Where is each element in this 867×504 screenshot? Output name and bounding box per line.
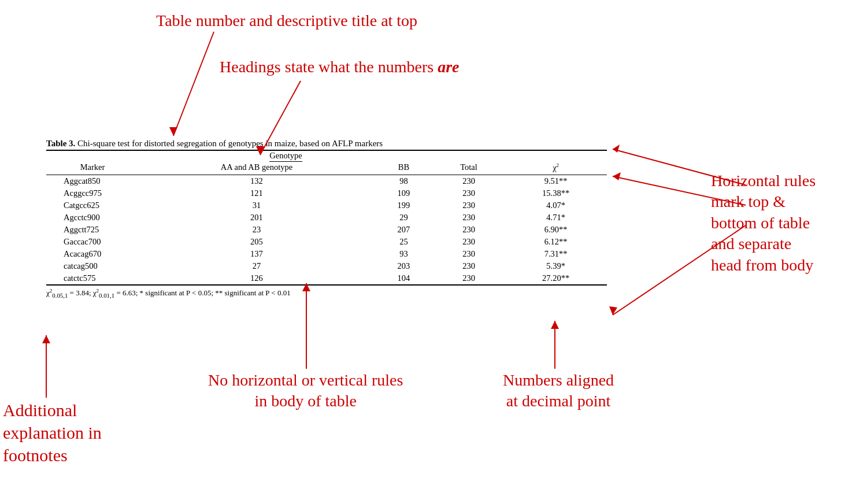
svg-marker-7 xyxy=(613,172,621,180)
table-cell: catctc575 xyxy=(46,272,139,285)
table-row: Agcctc900201292304.71* xyxy=(46,212,607,224)
table-cell: 27 xyxy=(139,260,375,272)
annotation-title: Table number and descriptive title at to… xyxy=(156,12,417,30)
table-cell: 104 xyxy=(375,272,433,285)
table-cell: 15.38** xyxy=(505,187,607,199)
table-cell: catcag500 xyxy=(46,260,139,272)
table-cell: 230 xyxy=(433,260,505,272)
table-cell: 205 xyxy=(139,236,375,248)
table-row: Gaccac700205252306.12** xyxy=(46,236,607,248)
table-cell: 230 xyxy=(433,187,505,199)
annotation-decimal: Numbers alignedat decimal point xyxy=(503,370,614,412)
col-bb: BB xyxy=(375,161,433,175)
table-cell: 230 xyxy=(433,248,505,260)
table-cell: 137 xyxy=(139,248,375,260)
col-marker: Marker xyxy=(46,161,139,175)
table-cell: 207 xyxy=(375,224,433,236)
table-row: catcag500272032305.39* xyxy=(46,260,607,272)
table-cell: 230 xyxy=(433,224,505,236)
table-cell: Agcctc900 xyxy=(46,212,139,224)
table-row: Acggcc97512110923015.38** xyxy=(46,187,607,199)
top-rule-row: Genotype xyxy=(46,150,607,161)
table-cell: 132 xyxy=(139,175,375,187)
table-cell: 7.31** xyxy=(505,248,607,260)
table-cell: 4.07* xyxy=(505,199,607,212)
annotation-horizontal-rules: Horizontal rulesmark top &bottom of tabl… xyxy=(711,171,850,276)
table-cell: 4.71* xyxy=(505,212,607,224)
table-cell: 31 xyxy=(139,199,375,212)
table-cell: 27.20** xyxy=(505,272,607,285)
table-cell: 9.51** xyxy=(505,175,607,187)
table-row: Acacag670137932307.31** xyxy=(46,248,607,260)
table-cell: 6.12** xyxy=(505,236,607,248)
table-cell: 25 xyxy=(375,236,433,248)
table-row: Catgcc625311992304.07* xyxy=(46,199,607,212)
svg-marker-5 xyxy=(613,144,620,153)
table-cell: Acggcc975 xyxy=(46,187,139,199)
table-cell: 203 xyxy=(375,260,433,272)
annotation-footnotes: Additionalexplanation infootnotes xyxy=(3,399,102,466)
table-row: Aggcat850132982309.51** xyxy=(46,175,607,187)
table-cell: 5.39* xyxy=(505,260,607,272)
table-cell: 230 xyxy=(433,212,505,224)
table-cell: 29 xyxy=(375,212,433,224)
table-cell: Aggcat850 xyxy=(46,175,139,187)
table-cell: 230 xyxy=(433,175,505,187)
svg-line-0 xyxy=(173,32,214,136)
table-cell: 199 xyxy=(375,199,433,212)
svg-marker-15 xyxy=(551,321,559,329)
col-aa-ab: AA and AB genotype xyxy=(139,161,375,175)
table-cell: Aggctt725 xyxy=(46,224,139,236)
table-row: catctc57512610423027.20** xyxy=(46,272,607,285)
genotype-header: Genotype xyxy=(269,149,302,162)
table-cell: 6.90** xyxy=(505,224,607,236)
table-cell: 201 xyxy=(139,212,375,224)
table-cell: Catgcc625 xyxy=(46,199,139,212)
table-row: Aggctt725232072306.90** xyxy=(46,224,607,236)
table-cell: 230 xyxy=(433,272,505,285)
annotation-no-rules: No horizontal or vertical rulesin body o… xyxy=(208,370,403,412)
table-cell: 121 xyxy=(139,187,375,199)
annotation-headings: Headings state what the numbers are xyxy=(220,58,459,76)
table-cell: Acacag670 xyxy=(46,248,139,260)
table-title-rest: Chi-square test for distorted segregatio… xyxy=(75,139,383,148)
table-cell: 98 xyxy=(375,175,433,187)
table-cell: 109 xyxy=(375,187,433,199)
table-cell: 230 xyxy=(433,199,505,212)
table-cell: 23 xyxy=(139,224,375,236)
table-title: Table 3. Chi-square test for distorted s… xyxy=(46,139,607,149)
svg-marker-9 xyxy=(609,306,617,315)
data-table: Genotype Marker AA and AB genotype BB To… xyxy=(46,150,607,286)
footnote: χ20.05,1 = 3.84; χ20.01,1 = 6.63; * sign… xyxy=(46,288,607,299)
table-cell: 126 xyxy=(139,272,375,285)
col-total: Total xyxy=(433,161,505,175)
table-cell: Gaccac700 xyxy=(46,236,139,248)
table-cell: 230 xyxy=(433,236,505,248)
table-cell: 93 xyxy=(375,248,433,260)
svg-marker-1 xyxy=(169,127,177,136)
column-headers-row: Marker AA and AB genotype BB Total χ2 xyxy=(46,161,607,175)
col-chi2: χ2 xyxy=(505,161,607,175)
table-title-bold: Table 3. xyxy=(46,139,75,148)
table-container: Table 3. Chi-square test for distorted s… xyxy=(46,139,607,299)
svg-marker-11 xyxy=(42,335,50,343)
